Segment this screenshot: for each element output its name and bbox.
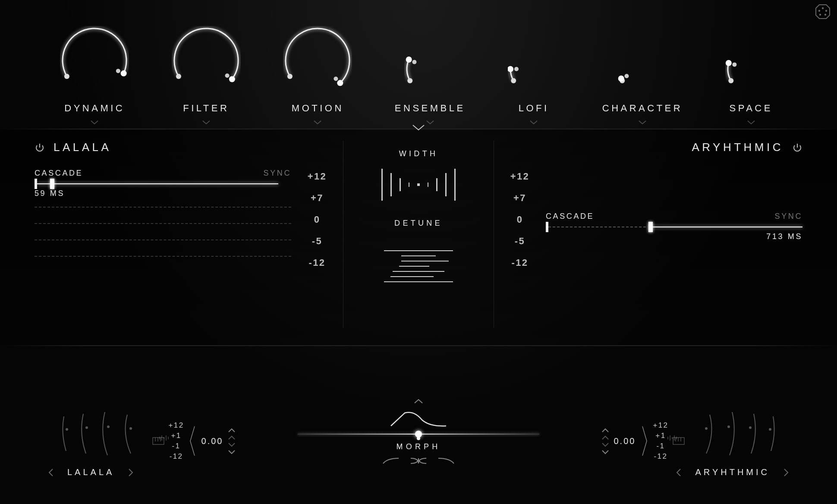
width-visualizer[interactable] (381, 165, 456, 204)
sound-name-nav-right: ARYHTHMIC (675, 467, 790, 477)
pitch-step-button[interactable]: -1 (657, 442, 665, 450)
svg-point-13 (337, 80, 343, 86)
morph-curve-modes (381, 457, 456, 465)
sound-slot-left: +12+1-1-12 0.00 (0, 403, 285, 460)
knob-lofi: LOFI (508, 43, 560, 125)
ensemble-left: LALALA CASCADE SYNC 59 MS (35, 141, 291, 328)
knob-label: ENSEMBLE (395, 103, 466, 114)
svg-point-52 (705, 428, 707, 429)
svg-point-27 (66, 428, 68, 430)
knob-control[interactable] (508, 43, 560, 97)
cascade-label: CASCADE (35, 169, 83, 178)
svg-point-28 (86, 427, 88, 428)
detune-label: DETUNE (394, 219, 443, 228)
pitch-value-right: 0.00 (614, 436, 636, 446)
svg-point-3 (825, 10, 827, 12)
knob-label: SPACE (729, 103, 772, 114)
power-icon[interactable] (792, 142, 802, 153)
knob-space: SPACE (725, 43, 777, 125)
curve-log-icon[interactable] (381, 457, 400, 465)
chevron-down-icon[interactable] (638, 120, 647, 125)
pitch-step-button[interactable]: -12 (654, 452, 668, 461)
pitch-down-icon[interactable] (227, 442, 236, 448)
prev-sound-icon[interactable] (47, 468, 54, 477)
scale-mark: -5 (515, 236, 525, 247)
next-sound-icon[interactable] (127, 468, 134, 477)
knob-control[interactable] (283, 26, 352, 97)
midi-icon[interactable] (815, 3, 831, 22)
knob-control[interactable] (172, 26, 241, 97)
prev-sound-icon[interactable] (675, 468, 682, 477)
pitch-step-button[interactable]: -12 (170, 452, 183, 461)
sound-name-left[interactable]: LALALA (67, 467, 114, 477)
pitch-step-button[interactable]: +12 (653, 421, 668, 430)
svg-point-30 (130, 428, 132, 429)
scale-mark: -12 (512, 257, 529, 268)
ensemble-center: WIDTH DETUNE (343, 141, 494, 328)
chevron-down-icon[interactable] (313, 120, 322, 125)
cascade-right: CASCADE SYNC 713 MS (546, 212, 802, 241)
svg-point-16 (406, 57, 412, 63)
pitch-down-icon[interactable] (601, 442, 610, 448)
next-sound-icon[interactable] (783, 468, 790, 477)
svg-point-22 (618, 76, 624, 82)
morph-slider[interactable] (298, 434, 539, 435)
svg-point-1 (822, 7, 824, 9)
knob-control[interactable] (60, 26, 129, 97)
sync-toggle[interactable]: SYNC (264, 169, 291, 178)
waveform-icon[interactable] (667, 434, 679, 442)
sound-slots: +12+1-1-12 0.00 MORPH (0, 345, 837, 496)
power-icon[interactable] (35, 142, 45, 153)
pitch-down-icon[interactable] (601, 449, 610, 455)
pitch-up-icon[interactable] (601, 427, 610, 433)
sound-name-right[interactable]: ARYHTHMIC (695, 467, 770, 477)
left-header: LALALA (35, 141, 291, 154)
pitch-up-icon[interactable] (227, 427, 236, 433)
left-sound-name: LALALA (53, 141, 111, 154)
knob-control[interactable] (617, 43, 668, 97)
svg-point-20 (514, 67, 519, 71)
pitch-step-button[interactable]: -1 (172, 442, 181, 450)
knob-filter: FILTER (172, 26, 241, 125)
cascade-left-slider[interactable] (35, 183, 291, 185)
waveform-icon[interactable] (158, 434, 170, 442)
chevron-down-icon[interactable] (425, 120, 435, 125)
sync-toggle[interactable]: SYNC (775, 212, 802, 221)
pitch-step-button[interactable]: +12 (169, 421, 184, 430)
svg-point-2 (818, 10, 820, 12)
chevron-down-icon[interactable] (90, 120, 99, 125)
right-sound-name: ARYHTHMIC (692, 141, 784, 154)
svg-point-19 (508, 66, 513, 72)
pitch-bracket-icon (640, 424, 648, 458)
scale-mark: +12 (510, 171, 530, 182)
svg-point-51 (728, 426, 730, 428)
pitch-scale-left: +12+70-5-12 (291, 141, 343, 328)
detune-visualizer[interactable] (382, 250, 455, 282)
cascade-right-time: 713 MS (546, 232, 802, 241)
cascade-left-time: 59 MS (35, 189, 291, 198)
sound-slot-right: 0.00 +12+1-1-12 (552, 403, 837, 460)
knob-control[interactable] (725, 43, 777, 97)
chevron-down-icon[interactable] (746, 120, 756, 125)
effects-knob-row: DYNAMIC FILTER MOTION ENSEMBLE LOFI CHAR… (0, 0, 837, 125)
svg-point-18 (511, 78, 516, 83)
chevron-down-icon[interactable] (529, 120, 538, 125)
pitch-step-button[interactable]: +1 (655, 432, 666, 440)
svg-point-25 (726, 60, 732, 66)
pitch-step-button[interactable]: +1 (171, 432, 181, 440)
morph-envelope-icon[interactable] (388, 410, 449, 428)
curve-exp-icon[interactable] (437, 457, 456, 465)
pitch-up-icon[interactable] (601, 435, 610, 441)
svg-point-17 (412, 60, 416, 64)
pitch-up-icon[interactable] (227, 435, 236, 441)
morph-up-icon[interactable] (413, 398, 424, 404)
pitch-bracket-icon (189, 424, 197, 458)
svg-point-12 (287, 74, 293, 79)
chevron-down-icon[interactable] (201, 120, 211, 125)
morph-section: MORPH (285, 398, 552, 465)
curve-cross-icon[interactable] (409, 457, 428, 465)
knob-control[interactable] (404, 43, 456, 97)
pitch-down-icon[interactable] (227, 449, 236, 455)
cascade-right-slider[interactable] (546, 226, 802, 228)
knob-label: DYNAMIC (64, 103, 125, 114)
